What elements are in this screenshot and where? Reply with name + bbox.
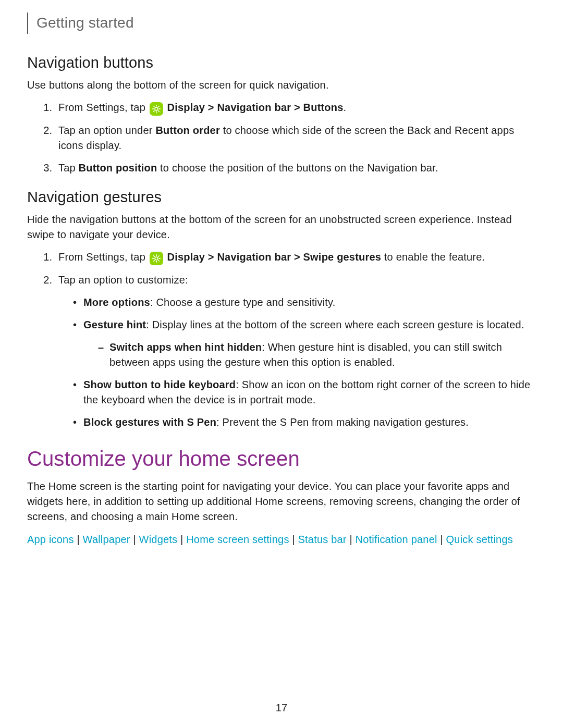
link-status-bar[interactable]: Status bar [298, 534, 347, 545]
svg-line-14 [153, 255, 154, 256]
link-quick-settings[interactable]: Quick settings [446, 534, 513, 545]
svg-line-17 [158, 255, 160, 256]
link-notification-panel[interactable]: Notification panel [356, 534, 437, 545]
header-breadcrumb-container: Getting started [27, 13, 536, 34]
svg-line-6 [158, 110, 160, 112]
separator: | [74, 534, 83, 545]
separator: | [177, 534, 186, 545]
nav-gestures-step-1: From Settings, tap Display > Navigation … [55, 250, 536, 265]
svg-line-15 [158, 260, 160, 261]
gesture-hint-sublist: Switch apps when hint hidden: When gestu… [83, 340, 536, 370]
heading-navigation-gestures: Navigation gestures [27, 186, 536, 208]
svg-point-0 [155, 107, 158, 110]
gesture-options-list: More options: Choose a gesture type and … [58, 295, 536, 430]
step-text: From Settings, tap [58, 251, 149, 263]
display-icon [150, 252, 163, 265]
option-bold: Gesture hint [83, 319, 146, 330]
option-bold: Switch apps when hint hidden [109, 341, 262, 353]
nav-buttons-step-2: Tap an option under Button order to choo… [55, 123, 536, 153]
nav-gestures-step-2: Tap an option to customize: More options… [55, 273, 536, 430]
svg-line-7 [153, 110, 154, 112]
option-bold: Block gestures with S Pen [83, 416, 216, 428]
separator: | [437, 534, 446, 545]
step-text: Tap [58, 162, 79, 174]
link-widgets[interactable]: Widgets [139, 534, 178, 545]
nav-buttons-steps: From Settings, tap Display > Navigation … [27, 100, 536, 176]
gesture-option-spen: Block gestures with S Pen: Prevent the S… [73, 415, 536, 430]
gesture-option-keyboard: Show button to hide keyboard: Show an ic… [73, 377, 536, 408]
link-home-screen-settings[interactable]: Home screen settings [186, 534, 289, 545]
option-bold: Show button to hide keyboard [83, 379, 236, 390]
step-bold: Button order [155, 125, 220, 136]
step-text: to choose the position of the buttons on… [157, 162, 438, 174]
step-text: to enable the feature. [381, 251, 485, 263]
step-text: From Settings, tap [58, 102, 149, 113]
svg-line-5 [153, 106, 154, 107]
home-screen-links: App icons | Wallpaper | Widgets | Home s… [27, 532, 536, 547]
separator: | [289, 534, 298, 545]
step-bold: Display > Navigation bar > Buttons [167, 102, 344, 113]
option-text: : Display lines at the bottom of the scr… [146, 319, 524, 330]
nav-buttons-step-3: Tap Button position to choose the positi… [55, 161, 536, 176]
nav-gestures-steps: From Settings, tap Display > Navigation … [27, 250, 536, 430]
step-text: Tap an option under [58, 125, 155, 136]
svg-line-8 [158, 106, 160, 107]
gesture-option-more: More options: Choose a gesture type and … [73, 295, 536, 310]
nav-gestures-intro: Hide the navigation buttons at the botto… [27, 212, 536, 242]
breadcrumb: Getting started [36, 13, 536, 34]
step-text: Tap an option to customize: [58, 274, 188, 286]
heading-customize-home: Customize your home screen [27, 443, 536, 474]
customize-intro: The Home screen is the starting point fo… [27, 479, 536, 524]
page-number: 17 [0, 700, 563, 715]
svg-point-9 [155, 257, 158, 260]
gesture-option-hint: Gesture hint: Display lines at the botto… [73, 317, 536, 370]
separator: | [347, 534, 356, 545]
heading-navigation-buttons: Navigation buttons [27, 52, 536, 73]
option-text: : Choose a gesture type and sensitivity. [150, 297, 336, 308]
display-icon [150, 102, 163, 116]
option-bold: More options [83, 297, 150, 308]
svg-line-16 [153, 260, 154, 261]
step-text: . [344, 102, 347, 113]
option-text: : Prevent the S Pen from making navigati… [216, 416, 469, 428]
link-app-icons[interactable]: App icons [27, 534, 74, 545]
nav-buttons-intro: Use buttons along the bottom of the scre… [27, 78, 536, 93]
gesture-hint-sub: Switch apps when hint hidden: When gestu… [98, 340, 536, 370]
step-bold: Display > Navigation bar > Swipe gesture… [167, 251, 382, 263]
link-wallpaper[interactable]: Wallpaper [83, 534, 130, 545]
separator: | [130, 534, 139, 545]
nav-buttons-step-1: From Settings, tap Display > Navigation … [55, 100, 536, 116]
step-bold: Button position [79, 162, 157, 174]
